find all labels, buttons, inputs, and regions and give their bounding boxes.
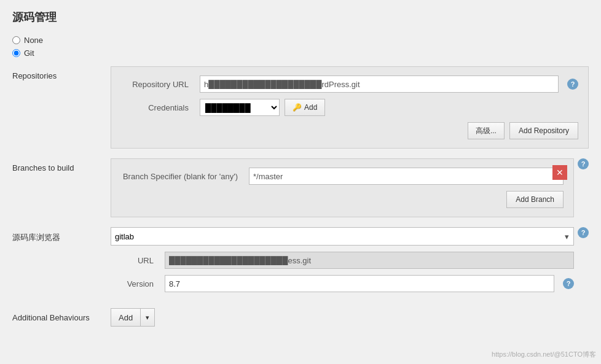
repositories-label: Repositories (12, 66, 111, 80)
version-input[interactable] (165, 275, 554, 292)
repo-url-row: Repository URL ? (121, 76, 578, 93)
source-browser-select-row: gitlab none bitbucketserver github githu… (111, 227, 574, 246)
branch-specifier-label: Branch Specifier (blank for 'any') (121, 172, 244, 181)
repo-url-help-icon[interactable]: ? (567, 79, 578, 90)
radio-group: None Git (12, 36, 589, 58)
radio-none-label: None (24, 36, 43, 45)
credentials-label: Credentials (121, 103, 195, 112)
source-browser-select-wrapper: gitlab none bitbucketserver github githu… (111, 227, 574, 246)
source-browser-select[interactable]: gitlab none bitbucketserver github githu… (111, 227, 574, 246)
version-label: Version (111, 279, 160, 288)
additional-behaviours-label: Additional Behaviours (12, 308, 111, 322)
radio-git-label: Git (24, 48, 34, 58)
source-browser-label: 源码库浏览器 (12, 227, 111, 243)
advanced-button[interactable]: 高级... (468, 122, 505, 139)
branch-button-row: Add Branch (121, 191, 564, 208)
add-behaviour-dropdown: Add ▾ (111, 308, 155, 327)
add-cred-label: Add (304, 103, 317, 112)
radio-git[interactable]: Git (12, 48, 589, 58)
branch-specifier-input[interactable] (249, 168, 564, 185)
radio-git-input[interactable] (12, 49, 20, 57)
source-url-row: URL (111, 252, 574, 269)
radio-none[interactable]: None (12, 36, 589, 45)
repositories-section: Repositories Repository URL ? Credential… (12, 66, 589, 149)
key-icon: 🔑 (293, 103, 302, 112)
add-repository-button[interactable]: Add Repository (509, 122, 578, 139)
additional-behaviours-section: Additional Behaviours Add ▾ (12, 308, 589, 327)
version-help-icon[interactable]: ? (563, 278, 574, 289)
add-behaviour-button[interactable]: Add (111, 308, 140, 327)
version-row: Version ? (111, 275, 574, 292)
add-branch-button[interactable]: Add Branch (506, 191, 564, 208)
repo-button-row: 高级... Add Repository (121, 122, 578, 139)
branches-section: Branches to build ✕ Branch Specifier (bl… (12, 158, 589, 217)
radio-none-input[interactable] (12, 36, 20, 44)
source-url-input[interactable] (165, 252, 574, 269)
source-browser-section: 源码库浏览器 gitlab none bitbucketserver githu… (12, 227, 589, 298)
source-browser-help-icon[interactable]: ? (578, 227, 589, 238)
add-credentials-button[interactable]: 🔑 Add (285, 99, 325, 116)
branches-content: ✕ Branch Specifier (blank for 'any') Add… (111, 158, 574, 217)
source-url-label: URL (111, 256, 160, 265)
branch-specifier-row: Branch Specifier (blank for 'any') (121, 168, 564, 185)
branches-help-icon[interactable]: ? (578, 158, 589, 169)
repo-url-label: Repository URL (121, 80, 195, 89)
branches-label: Branches to build (12, 158, 111, 172)
credentials-select[interactable]: ████████ (200, 99, 280, 116)
page-title: 源码管理 (12, 10, 589, 25)
page-container: 源码管理 None Git Repositories Repository UR… (0, 0, 601, 364)
add-behaviour-arrow[interactable]: ▾ (140, 308, 155, 327)
repositories-content: Repository URL ? Credentials ████████ 🔑 … (111, 66, 589, 149)
credentials-row: Credentials ████████ 🔑 Add (121, 99, 578, 116)
repo-url-input[interactable] (200, 76, 559, 93)
source-browser-content: gitlab none bitbucketserver github githu… (111, 227, 574, 298)
remove-branch-button[interactable]: ✕ (552, 165, 567, 180)
watermark: https://blog.csdn.net/@51CTO博客 (492, 350, 596, 359)
